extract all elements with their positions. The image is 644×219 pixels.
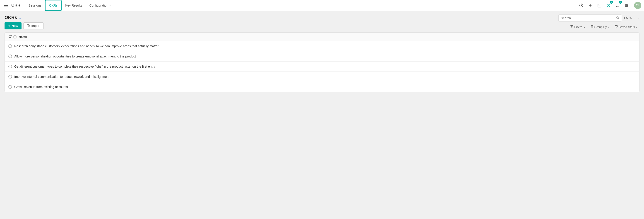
page-header: OKRs ↓ + New Import	[4, 14, 640, 30]
svg-point-15	[616, 16, 619, 18]
search-input[interactable]	[561, 16, 615, 20]
filters-chevron-icon: ⌄	[583, 26, 585, 28]
nav-right: 1 2 CL	[578, 2, 641, 9]
arrow-indicator: ↓	[19, 14, 22, 20]
table-row[interactable]: Get different customer types to complete…	[5, 61, 639, 72]
nav-item-okrs[interactable]: OKRs	[45, 0, 62, 11]
user-avatar[interactable]: CL	[634, 2, 641, 9]
svg-rect-20	[591, 27, 592, 28]
row-text-3: Get different customer types to complete…	[14, 65, 155, 68]
saved-filters-icon	[615, 25, 618, 29]
table-row[interactable]: Research early stage customers' expectat…	[5, 41, 639, 51]
calendar-icon-button[interactable]	[596, 2, 603, 9]
app-logo: OKR	[11, 3, 20, 8]
page-header-left: OKRs ↓ + New Import	[4, 14, 44, 29]
chevron-down-icon: ⌄	[109, 4, 111, 6]
add-icon-button[interactable]	[587, 2, 594, 9]
search-box[interactable]	[558, 14, 622, 21]
header-checkbox-area	[8, 35, 16, 39]
timer-badge-count: 1	[610, 1, 613, 3]
settings-icon-button[interactable]	[623, 2, 630, 9]
saved-filters-button[interactable]: Saved filters ⌄	[613, 24, 640, 30]
nav-item-key-results[interactable]: Key Results	[62, 0, 86, 11]
pagination-info: 1-5 / 5 ‹ ›	[624, 16, 640, 20]
nav-items: Sessions OKRs Key Results Configuration …	[25, 0, 577, 11]
row-checkbox-4[interactable]	[8, 75, 12, 78]
svg-rect-18	[591, 25, 592, 26]
svg-rect-21	[592, 27, 593, 28]
svg-rect-3	[598, 4, 601, 7]
nav-item-configuration[interactable]: Configuration ⌄	[86, 0, 114, 11]
row-checkbox-5[interactable]	[8, 85, 12, 89]
select-all-checkbox[interactable]	[13, 35, 16, 38]
chat-badge[interactable]: 2	[614, 2, 621, 9]
search-filter-row: 1-5 / 5 ‹ ›	[558, 14, 640, 21]
page-title: OKRs	[4, 15, 17, 20]
filters-button[interactable]: Filters ⌄	[568, 24, 587, 30]
row-checkbox-1[interactable]	[8, 44, 12, 48]
filter-icon	[570, 25, 573, 29]
import-button[interactable]: Import	[23, 22, 44, 29]
clock-icon-button[interactable]	[578, 2, 585, 9]
header-actions: + New Import	[4, 22, 44, 29]
table-header-row: Name	[5, 32, 639, 41]
page-content: OKRs ↓ + New Import	[0, 11, 644, 219]
row-text-4: Improve internal communication to reduce…	[14, 75, 109, 78]
nav-item-sessions[interactable]: Sessions	[25, 0, 45, 11]
group-by-icon	[590, 25, 594, 29]
svg-marker-17	[571, 25, 573, 28]
new-button[interactable]: + New	[4, 22, 22, 29]
upload-icon	[27, 24, 30, 28]
row-text-1: Research early stage customers' expectat…	[14, 44, 158, 48]
svg-line-16	[618, 18, 619, 19]
search-icon	[616, 16, 619, 20]
pagination-prev-button[interactable]: ‹	[633, 16, 636, 20]
group-by-chevron-icon: ⌄	[608, 26, 609, 28]
chat-badge-count: 2	[619, 1, 622, 3]
pagination-next-button[interactable]: ›	[636, 16, 640, 20]
okr-table: Name Research early stage customers' exp…	[4, 32, 640, 92]
table-row[interactable]: Grow Revenue from existing accounts	[5, 82, 639, 92]
svg-point-12	[627, 5, 628, 6]
filter-row: Filters ⌄ Group By ⌄	[568, 24, 640, 30]
row-checkbox-3[interactable]	[8, 65, 12, 68]
table-row[interactable]: Allow more personalization opportunities…	[5, 51, 639, 61]
page-title-row: OKRs ↓	[4, 14, 44, 20]
nav-divider	[632, 3, 632, 8]
top-nav: OKR Sessions OKRs Key Results Configurat…	[0, 0, 644, 11]
page-header-right: 1-5 / 5 ‹ › Filters ⌄	[558, 14, 640, 30]
column-name-header: Name	[19, 35, 27, 38]
svg-rect-22	[615, 25, 618, 27]
row-checkbox-2[interactable]	[8, 54, 12, 58]
svg-point-13	[626, 6, 626, 7]
svg-point-11	[626, 4, 626, 5]
plus-icon: +	[8, 24, 10, 28]
svg-rect-19	[592, 25, 593, 26]
row-text-2: Allow more personalization opportunities…	[14, 54, 136, 58]
group-by-button[interactable]: Group By ⌄	[589, 24, 612, 30]
timer-badge[interactable]: 1	[605, 2, 612, 9]
saved-filters-chevron-icon: ⌄	[636, 26, 638, 28]
hamburger-menu[interactable]	[3, 2, 10, 8]
row-text-5: Grow Revenue from existing accounts	[14, 85, 68, 89]
table-row[interactable]: Improve internal communication to reduce…	[5, 72, 639, 82]
refresh-icon[interactable]	[8, 35, 12, 39]
